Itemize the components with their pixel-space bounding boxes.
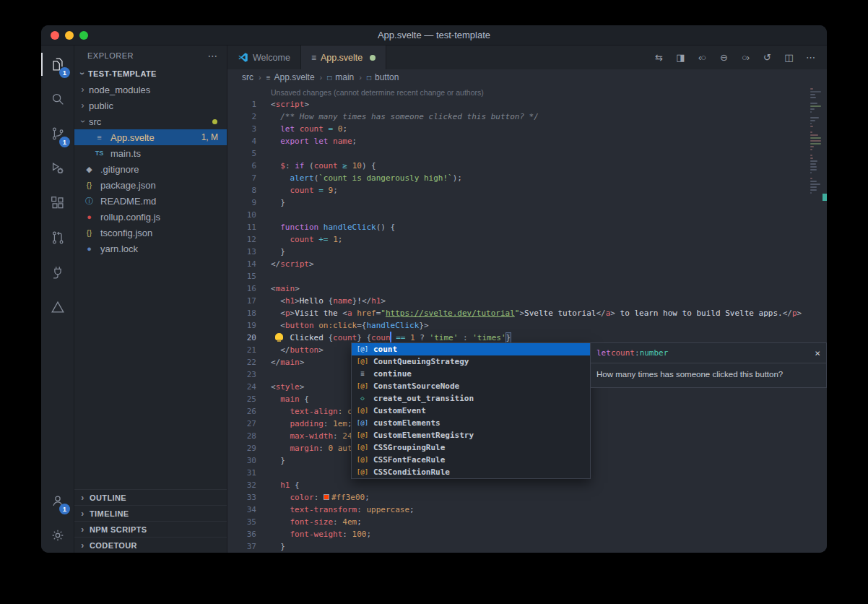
minimize-window-button[interactable] [65,31,74,40]
code-line[interactable]: 3 let count = 0; [227,123,810,135]
code-line[interactable]: 17 <h1>Hello {name}!</h1> [227,295,810,307]
settings-gear-icon[interactable] [41,518,74,553]
tab-welcome[interactable]: Welcome [227,46,301,69]
titlebar[interactable]: App.svelte — test-template [41,25,827,46]
breadcrumb-item-src[interactable]: src [242,72,253,82]
code-line[interactable]: 13 } [227,246,810,258]
line-content: <h1>Hello {name}!</h1> [256,295,386,307]
chevron-right-icon: › [79,100,87,111]
triangle-extension-icon[interactable] [41,290,74,324]
github-pull-requests-icon[interactable] [41,220,74,255]
tree-folder-node_modules[interactable]: ›node_modules [74,82,227,98]
code-line[interactable]: 35 font-size: 4em; [227,516,810,528]
suggest-item-continue[interactable]: ≣continue [352,368,590,380]
suggest-item-customElements[interactable]: [@]customElements [352,417,590,429]
code-line[interactable]: 8 count = 9; [227,184,810,197]
code-line[interactable]: 36 font-weight: 100; [227,528,810,540]
code-line[interactable]: 37 } [227,540,810,553]
next-change-icon[interactable]: ○› [736,52,755,63]
tab-app-svelte[interactable]: ≡App.svelte [301,46,386,69]
tree-file-yarn.lock[interactable]: ●yarn.lock [74,241,227,256]
tree-file-package.json[interactable]: {}package.json [74,177,227,193]
code-line[interactable]: 16<main> [227,282,810,295]
breadcrumb-item-button[interactable]: □button [367,72,399,82]
code-line[interactable]: 34 text-transform: uppercase; [227,504,810,516]
suggest-item-CSSFontFaceRule[interactable]: [@]CSSFontFaceRule [352,454,590,466]
tree-file-rollup.config.js[interactable]: ●rollup.config.js [74,209,227,225]
code-line[interactable]: 11 function handleClick() { [227,221,810,233]
chevron-right-icon: › [79,525,87,535]
suggest-item-CSSConditionRule[interactable]: [@]CSSConditionRule [352,466,590,478]
suggest-item-CSSGroupingRule[interactable]: [@]CSSGroupingRule [352,441,590,454]
suggest-item-count[interactable]: [@]count [352,343,590,355]
code-line[interactable]: 15 [227,270,810,282]
search-icon[interactable] [41,82,74,116]
zoom-window-button[interactable] [79,31,88,40]
line-number: 19 [227,319,256,332]
tree-file-.gitignore[interactable]: ◆.gitignore [74,161,227,177]
more-actions-icon[interactable]: ⋯ [801,52,820,63]
explorer-more-actions-icon[interactable]: ⋯ [208,50,219,61]
symbol-class-icon: [@] [355,441,370,454]
remote-explorer-icon[interactable] [41,255,74,290]
split-editor-icon[interactable]: ◫ [779,52,798,63]
tree-file-main.ts[interactable]: TSmain.ts [74,145,227,161]
suggest-item-CustomElementRegistry[interactable]: [@]CustomElementRegistry [352,429,590,441]
code-line[interactable]: 9 } [227,197,810,209]
lightbulb-icon[interactable] [275,333,283,340]
code-line[interactable]: 33 color: #ff3e00; [227,491,810,504]
breadcrumb: src›≡App.svelte›□main›□button [227,69,827,85]
accounts-icon[interactable]: 1 [41,483,74,518]
file-icon: ≡ [266,74,271,82]
code-line[interactable]: 7 alert(`count is dangerously high!`); [227,172,810,184]
code-line[interactable]: 12 count += 1; [227,233,810,246]
tree-file-README.md[interactable]: ⓘREADME.md [74,193,227,209]
sidebar-section-outline[interactable]: ›OUTLINE [74,489,227,505]
source-control-icon[interactable]: 1 [41,116,74,151]
close-window-button[interactable] [51,31,59,40]
close-icon[interactable]: × [815,348,820,358]
breadcrumb-item-app-svelte[interactable]: ≡App.svelte [266,72,315,82]
tree-file-App.svelte[interactable]: ≡App.svelte1, M [74,129,227,145]
suggest-item-ConstantSourceNode[interactable]: [@]ConstantSourceNode [352,380,590,392]
code-line[interactable]: 10 [227,209,810,221]
tree-folder-src[interactable]: ›src [74,113,227,129]
gitlens-codelens[interactable]: Unsaved changes (cannot determine recent… [271,87,484,99]
tree-file-tsconfig.json[interactable]: {}tsconfig.json [74,225,227,241]
code-line[interactable]: 4 export let name; [227,135,810,147]
line-content: count = 9; [256,184,338,197]
commit-icon[interactable]: ⊖ [714,52,733,63]
previous-change-icon[interactable]: ‹○ [693,52,711,63]
run-debug-icon[interactable] [41,151,74,186]
chevron-right-icon: › [79,85,87,95]
suggest-item-CountQueuingStrategy[interactable]: [@]CountQueuingStrategy [352,355,590,368]
explorer-icon[interactable]: 1 [41,47,74,82]
code-line[interactable]: 1<script> [227,98,810,111]
code-line[interactable]: 5 [227,147,810,160]
code-line[interactable]: 32 h1 { [227,479,810,491]
sidebar-section-codetour[interactable]: ›CODETOUR [74,537,227,553]
file-history-icon[interactable]: ↺ [758,52,776,63]
compare-changes-icon[interactable]: ⇆ [649,52,668,63]
code-line[interactable]: 18 <p>Visit the <a href="https://svelte.… [227,307,810,319]
code-line[interactable]: 2 /** How many times has someone clicked… [227,111,810,123]
code-line[interactable]: 19 <button on:click={handleClick}> [227,319,810,332]
code-editor[interactable]: Unsaved changes (cannot determine recent… [227,85,827,553]
sidebar-section-npm-scripts[interactable]: ›NPM SCRIPTS [74,521,227,537]
overview-ruler[interactable] [823,85,827,553]
extensions-icon[interactable] [41,186,74,220]
git-file-icon: ◆ [84,165,95,174]
tree-folder-public[interactable]: ›public [74,98,227,113]
code-line[interactable]: 6 $: if (count ≥ 10) { [227,160,810,172]
sidebar-section-timeline[interactable]: ›TIMELINE [74,505,227,521]
suggest-item-create_out_transition[interactable]: ◇create_out_transition [352,392,590,405]
suggest-item-CustomEvent[interactable]: [@]CustomEvent [352,405,590,417]
line-number: 17 [227,295,256,307]
code-line[interactable]: 14</script> [227,258,810,270]
workspace-root[interactable]: › TEST-TEMPLATE [74,66,227,82]
chevron-right-icon: › [79,540,87,551]
minimap[interactable] [810,88,822,195]
breadcrumb-item-main[interactable]: □main [327,72,354,82]
chevron-right-icon: › [79,493,87,503]
open-changes-icon[interactable]: ◨ [671,52,690,63]
